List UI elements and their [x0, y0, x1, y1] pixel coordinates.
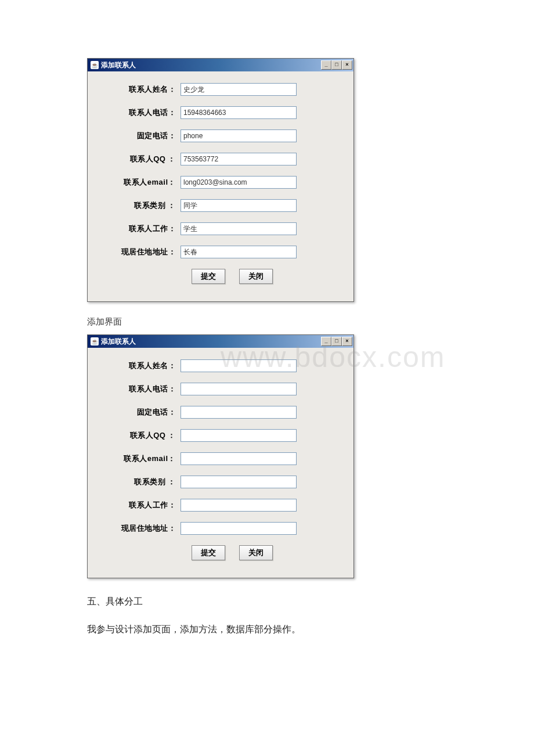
- input-address[interactable]: [181, 246, 297, 258]
- close-button[interactable]: ×: [342, 337, 352, 346]
- input-landline[interactable]: [181, 406, 297, 419]
- input-job[interactable]: [181, 499, 297, 512]
- button-row: 提交 关闭: [105, 545, 336, 560]
- window-controls: _ □ ×: [321, 60, 352, 70]
- java-icon: ☕: [91, 337, 99, 345]
- input-qq[interactable]: [181, 429, 297, 442]
- input-name[interactable]: [181, 83, 297, 96]
- close-button[interactable]: ×: [342, 60, 352, 70]
- close-form-button[interactable]: 关闭: [239, 545, 273, 560]
- input-category[interactable]: [181, 199, 297, 212]
- section-title: 五、具体分工: [87, 593, 534, 610]
- button-row: 提交 关闭: [105, 269, 336, 284]
- submit-button[interactable]: 提交: [192, 545, 225, 560]
- label-job: 联系人工作：: [105, 224, 181, 234]
- label-phone: 联系人电话：: [105, 384, 181, 394]
- label-qq: 联系人QQ ：: [105, 154, 181, 164]
- input-qq[interactable]: [181, 153, 297, 165]
- window-body: 联系人姓名： 联系人电话： 固定电话： 联系人QQ ： 联系人email： 联系…: [88, 348, 353, 578]
- window-add-contact-empty: ☕ 添加联系人 _ □ × 联系人姓名： 联系人电话： 固定电话： 联系人QQ …: [87, 334, 354, 578]
- caption-add-interface: 添加界面: [87, 316, 534, 327]
- row-name: 联系人姓名：: [105, 83, 336, 96]
- titlebar: ☕ 添加联系人 _ □ ×: [88, 335, 353, 348]
- label-name: 联系人姓名：: [105, 84, 181, 95]
- input-name[interactable]: [181, 359, 297, 372]
- row-job: 联系人工作：: [105, 499, 336, 512]
- input-job[interactable]: [181, 222, 297, 235]
- maximize-button[interactable]: □: [331, 337, 342, 346]
- minimize-button[interactable]: _: [321, 337, 331, 346]
- window-body: 联系人姓名： 联系人电话： 固定电话： 联系人QQ ： 联系人email： 联系…: [88, 71, 353, 301]
- row-name: 联系人姓名：: [105, 359, 336, 372]
- input-address[interactable]: [181, 522, 297, 535]
- row-address: 现居住地地址：: [105, 522, 336, 535]
- input-phone[interactable]: [181, 106, 297, 119]
- label-landline: 固定电话：: [105, 131, 181, 141]
- input-category[interactable]: [181, 476, 297, 488]
- label-email: 联系人email：: [105, 177, 181, 188]
- row-email: 联系人email：: [105, 452, 336, 465]
- close-form-button[interactable]: 关闭: [239, 269, 273, 284]
- minimize-button[interactable]: _: [321, 60, 331, 70]
- row-job: 联系人工作：: [105, 222, 336, 235]
- label-phone: 联系人电话：: [105, 107, 181, 118]
- row-phone: 联系人电话：: [105, 106, 336, 119]
- row-qq: 联系人QQ ：: [105, 429, 336, 442]
- input-phone[interactable]: [181, 383, 297, 395]
- java-icon: ☕: [91, 61, 99, 69]
- row-category: 联系类别 ：: [105, 199, 336, 212]
- label-email: 联系人email：: [105, 453, 181, 464]
- row-address: 现居住地地址：: [105, 246, 336, 258]
- label-category: 联系类别 ：: [105, 477, 181, 487]
- label-landline: 固定电话：: [105, 407, 181, 417]
- submit-button[interactable]: 提交: [192, 269, 225, 284]
- title-text: 添加联系人: [101, 60, 136, 70]
- section-body: 我参与设计添加页面，添加方法，数据库部分操作。: [87, 621, 534, 638]
- label-address: 现居住地地址：: [105, 247, 181, 257]
- row-landline: 固定电话：: [105, 406, 336, 419]
- label-address: 现居住地地址：: [105, 523, 181, 534]
- row-category: 联系类别 ：: [105, 476, 336, 488]
- titlebar: ☕ 添加联系人 _ □ ×: [88, 59, 353, 71]
- window-controls: _ □ ×: [321, 337, 352, 346]
- label-category: 联系类别 ：: [105, 200, 181, 211]
- window-add-contact-filled: ☕ 添加联系人 _ □ × 联系人姓名： 联系人电话： 固定电话： 联系人QQ …: [87, 58, 354, 302]
- input-landline[interactable]: [181, 129, 297, 142]
- row-email: 联系人email：: [105, 176, 336, 189]
- title-text: 添加联系人: [101, 337, 136, 347]
- label-job: 联系人工作：: [105, 500, 181, 510]
- label-qq: 联系人QQ ：: [105, 430, 181, 441]
- input-email[interactable]: [181, 452, 297, 465]
- row-landline: 固定电话：: [105, 129, 336, 142]
- input-email[interactable]: [181, 176, 297, 189]
- row-qq: 联系人QQ ：: [105, 153, 336, 165]
- watermark-wrap: ☕ 添加联系人 _ □ × 联系人姓名： 联系人电话： 固定电话： 联系人QQ …: [87, 334, 534, 578]
- row-phone: 联系人电话：: [105, 383, 336, 395]
- maximize-button[interactable]: □: [331, 60, 342, 70]
- label-name: 联系人姓名：: [105, 361, 181, 371]
